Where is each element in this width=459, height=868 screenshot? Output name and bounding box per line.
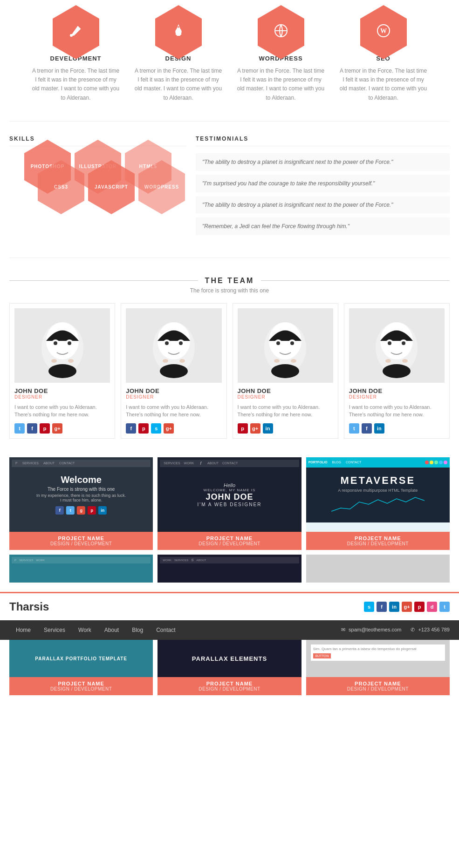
bottom-portfolio-section: PARALLAX PORTFOLIO TEMPLATE PROJECT NAME…: [0, 640, 459, 705]
service-desc-wordpress: A tremor in the Force. The last time I f…: [237, 67, 325, 102]
svg-rect-1: [176, 34, 181, 35]
mv-title: METAVERSE: [313, 475, 443, 487]
parallax-label-3[interactable]: PROJECT NAME DESIGN / DEVELOPMENT: [306, 677, 450, 695]
parallax-label-sub-3: DESIGN / DEVELOPMENT: [310, 686, 446, 692]
nav-blog[interactable]: Blog: [125, 620, 150, 640]
svg-point-14: [48, 364, 76, 378]
team-name-4: JOHN DOE: [349, 387, 445, 394]
skill-javascript: JAVASCRIPT: [88, 174, 135, 201]
svg-point-15: [51, 359, 57, 363]
portfolio-partial-1[interactable]: P SERVICES WORK: [9, 555, 153, 583]
portfolio-label-1[interactable]: PROJECT NAME DESIGN / DEVELOPMENT: [9, 532, 153, 550]
team-avatar-1: [14, 308, 110, 383]
team-social-1: t f p g+: [14, 423, 110, 434]
services-section: DEVELOPMENT A tremor in the Force. The l…: [0, 0, 459, 116]
portfolio-partial-3[interactable]: [306, 555, 450, 583]
portfolio-label-3[interactable]: PROJECT NAME DESIGN / DEVELOPMENT: [306, 532, 450, 550]
twitter-icon-4[interactable]: t: [349, 423, 359, 434]
svg-point-31: [290, 341, 294, 345]
portfolio-partial-2[interactable]: WORK SERVICES S ABOUT: [158, 555, 301, 583]
hex-wrap-development: [32, 19, 120, 46]
portfolio-grid-row1: P SERVICES ABOUT CONTACT Welcome The For…: [9, 457, 450, 550]
nav-contact[interactable]: Contact: [150, 620, 182, 640]
tharsis-google[interactable]: g+: [402, 602, 412, 612]
portfolio-partial-thumb-1: P SERVICES WORK: [9, 555, 153, 583]
nav-links: Home Services Work About Blog Contact: [9, 620, 182, 640]
facebook-icon-4[interactable]: f: [362, 423, 372, 434]
parallax-thumb-2: PARALLAX ELEMENTS: [158, 640, 301, 677]
team-subtitle: The force is strong with this one: [9, 287, 450, 294]
parallax-item-2[interactable]: PARALLAX ELEMENTS PROJECT NAME DESIGN / …: [158, 640, 301, 695]
team-line-right: [261, 280, 450, 281]
parallax-thumb-1: PARALLAX PORTFOLIO TEMPLATE: [9, 640, 153, 677]
fb-1[interactable]: f: [55, 506, 64, 515]
tharsis-linkedin[interactable]: in: [389, 602, 399, 612]
portfolio-f-logo: f: [200, 461, 201, 466]
team-avatar-4: [349, 308, 445, 383]
portfolio-thumb-1: P SERVICES ABOUT CONTACT Welcome The For…: [9, 457, 153, 532]
tw-1[interactable]: t: [66, 506, 75, 515]
email-icon: ✉: [341, 627, 345, 632]
team-bio-4: I want to come with you to Alderaan. The…: [349, 403, 445, 419]
portfolio-item-1[interactable]: P SERVICES ABOUT CONTACT Welcome The For…: [9, 457, 153, 550]
twitter-icon-1[interactable]: t: [14, 423, 25, 434]
li-1[interactable]: in: [98, 506, 107, 515]
linkedin-icon-4[interactable]: in: [374, 423, 384, 434]
google-icon-1[interactable]: g+: [52, 423, 62, 434]
svg-point-34: [291, 359, 296, 363]
team-card-4: JOHN DOE DESIGNER I want to come with yo…: [344, 303, 450, 439]
nav-bar: Home Services Work About Blog Contact ✉ …: [0, 620, 459, 640]
parallax-label-2[interactable]: PROJECT NAME DESIGN / DEVELOPMENT: [158, 677, 301, 695]
facebook-icon-2[interactable]: f: [126, 423, 136, 434]
tharsis-dribbble[interactable]: d: [427, 602, 437, 612]
svg-text:W: W: [380, 27, 387, 34]
portfolio-label-2[interactable]: PROJECT NAME DESIGN / DEVELOPMENT: [158, 532, 301, 550]
team-card-3: JOHN DOE DESIGNER I want to come with yo…: [233, 303, 338, 439]
parallax-content-1: PARALLAX PORTFOLIO TEMPLATE: [9, 656, 153, 661]
pinterest-icon-2[interactable]: p: [138, 423, 149, 434]
phone-text: +123 456 789: [418, 627, 450, 632]
portfolio-welcome-2: WELCOME, MY NAME IS: [162, 488, 296, 492]
hex-wordpress: [258, 19, 304, 46]
portfolio-nav-bar-2: SERVICES WORK f ABOUT CONTACT: [160, 460, 299, 467]
tharsis-pinterest[interactable]: p: [414, 602, 425, 612]
mv-chart: [331, 495, 425, 514]
facebook-icon-1[interactable]: f: [27, 423, 37, 434]
service-desc-development: A tremor in the Force. The last time I f…: [32, 67, 120, 102]
team-social-2: f p s g+: [126, 423, 221, 434]
service-desc-design: A tremor in the Force. The last time I f…: [134, 67, 223, 102]
mv-dot-red: [425, 461, 429, 464]
parallax-item-1[interactable]: PARALLAX PORTFOLIO TEMPLATE PROJECT NAME…: [9, 640, 153, 695]
skype-icon-2[interactable]: s: [151, 423, 161, 434]
parallax-label-1[interactable]: PROJECT NAME DESIGN / DEVELOPMENT: [9, 677, 153, 695]
google-icon-2[interactable]: g+: [164, 423, 174, 434]
parallax-item-3[interactable]: Sim. Quam tan a primenta a labew dio tem…: [306, 640, 450, 695]
nav-services[interactable]: Services: [37, 620, 72, 640]
pinterest-icon-3[interactable]: p: [238, 423, 248, 434]
tharsis-social: s f in g+ p d t: [364, 602, 450, 612]
hex-design: [155, 19, 202, 46]
svg-point-39: [388, 341, 391, 345]
portfolio-subtitle3-1: I must face him, alone.: [14, 498, 148, 502]
nav-home[interactable]: Home: [9, 620, 37, 640]
portfolio-item-2[interactable]: SERVICES WORK f ABOUT CONTACT Hello WELC…: [158, 457, 301, 550]
team-card-1: JOHN DOE DESIGNER I want to come with yo…: [9, 303, 115, 439]
linkedin-icon-3[interactable]: in: [263, 423, 273, 434]
gp-1[interactable]: g: [77, 506, 85, 515]
nav-work[interactable]: Work: [72, 620, 98, 640]
nav-phone: ✆ +123 456 789: [411, 627, 450, 633]
portfolio-subtitle2-1: In my experience, there is no such thing…: [14, 493, 148, 498]
avatar-svg-3: [257, 311, 313, 380]
tharsis-facebook[interactable]: f: [377, 602, 387, 612]
tharsis-twitter[interactable]: t: [439, 602, 450, 612]
nav-about[interactable]: About: [98, 620, 125, 640]
parallax-thumb-3: Sim. Quam tan a primenta a labew dio tem…: [306, 640, 450, 677]
service-desc-seo: A tremor in the Force. The last time I f…: [339, 67, 428, 102]
google-icon-3[interactable]: g+: [250, 423, 260, 434]
portfolio-item-3[interactable]: PORTFOLIO BLOG CONTACT METAVERSE A respo…: [306, 457, 450, 550]
pi-1[interactable]: p: [88, 506, 96, 515]
service-item-wordpress: WORDPRESS A tremor in the Force. The las…: [230, 19, 332, 102]
tharsis-skype[interactable]: s: [364, 602, 374, 612]
pinterest-icon-1[interactable]: p: [40, 423, 50, 434]
tharsis-bar: Tharsis s f in g+ p d t: [0, 592, 459, 620]
